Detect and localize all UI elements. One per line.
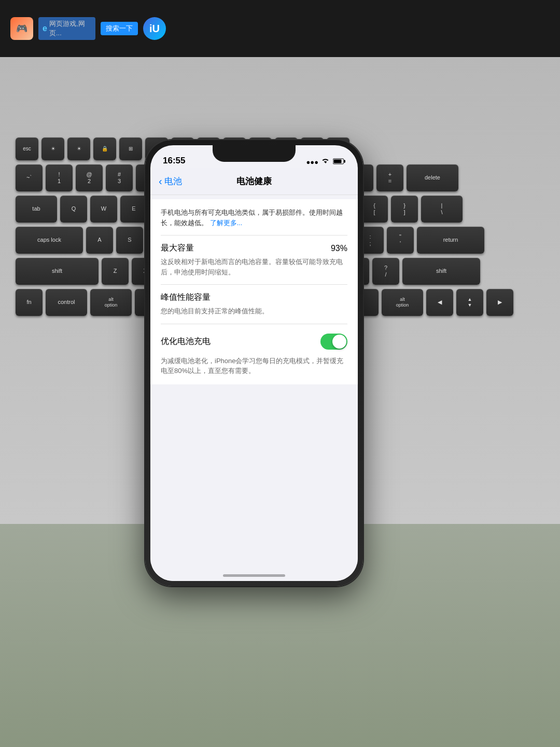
key-option-right[interactable]: altoption: [382, 289, 423, 316]
page-title: 电池健康: [236, 175, 272, 187]
key-return[interactable]: return: [417, 227, 484, 254]
navigation-bar: ‹ 电池 电池健康: [150, 168, 358, 195]
max-capacity-desc: 这反映相对于新电池而言的电池容量。容量较低可能导致充电后，申池使用时间缩短。: [161, 257, 347, 277]
status-icons: ●●●: [306, 158, 345, 166]
iphone-notch: [213, 145, 296, 162]
home-indicator[interactable]: [223, 574, 285, 577]
app-icon: iU: [143, 17, 166, 40]
divider-3: [161, 324, 347, 324]
intro-text: 手机电池与所有可充电电池类似，属于易损部件。使用时间越长，能效越低。 了解更多.…: [161, 208, 347, 228]
wifi-icon: [321, 158, 330, 166]
search-button[interactable]: 搜索一下: [101, 22, 138, 35]
iphone-outer-shell: 16:55 ●●● ‹ 电池 电池健康: [145, 140, 363, 586]
key-z[interactable]: Z: [102, 258, 129, 285]
key-option-left[interactable]: altoption: [90, 289, 132, 316]
key-backslash[interactable]: |\: [421, 196, 463, 223]
toggle-knob: [332, 335, 346, 349]
key-capslock[interactable]: caps lock: [16, 227, 83, 254]
key-3[interactable]: #3: [106, 164, 133, 191]
signal-icon: ●●●: [306, 158, 318, 166]
back-label: 电池: [164, 175, 182, 187]
max-capacity-value: 93%: [331, 244, 347, 253]
taskbar: 🎮 e 网页游戏,网页... 搜索一下 iU: [0, 0, 560, 57]
browser-text: 网页游戏,网页...: [49, 19, 91, 38]
battery-icon: [333, 158, 345, 166]
key-equals[interactable]: +=: [376, 164, 403, 191]
iphone-device: 16:55 ●●● ‹ 电池 电池健康: [145, 140, 363, 586]
key-control[interactable]: control: [46, 289, 87, 316]
key-right[interactable]: ▶: [486, 289, 513, 316]
key-delete[interactable]: delete: [407, 164, 458, 191]
key-a[interactable]: A: [86, 227, 113, 254]
game-icon: 🎮: [10, 17, 33, 40]
peak-title: 峰值性能容量: [161, 293, 211, 301]
key-1[interactable]: !1: [46, 164, 73, 191]
key-left[interactable]: ◀: [426, 289, 453, 316]
key-w[interactable]: W: [90, 196, 117, 223]
status-time: 16:55: [163, 156, 185, 166]
key-lshift[interactable]: shift: [16, 258, 99, 285]
charge-label: 优化电池充电: [161, 336, 211, 347]
iphone-screen: 16:55 ●●● ‹ 电池 电池健康: [150, 145, 358, 581]
key-tab[interactable]: tab: [16, 196, 57, 223]
key-rbracket[interactable]: }]: [391, 196, 418, 223]
max-capacity-row: 最大容量 93%: [161, 243, 347, 254]
max-capacity-label: 最大容量: [161, 243, 194, 254]
key-updown[interactable]: ▲ ▼: [456, 289, 483, 316]
intro-section: 手机电池与所有可充电电池类似，属于易损部件。使用时间越长，能效越低。 了解更多.…: [150, 199, 358, 384]
optimized-charging-toggle[interactable]: [320, 334, 347, 350]
back-chevron-icon: ‹: [159, 175, 162, 187]
key-quote[interactable]: "': [387, 227, 414, 254]
key-f1[interactable]: ☀: [41, 137, 64, 160]
svg-rect-2: [334, 160, 342, 163]
learn-more-link[interactable]: 了解更多...: [210, 219, 243, 227]
key-q[interactable]: Q: [60, 196, 87, 223]
key-2[interactable]: @2: [76, 164, 103, 191]
key-backtick[interactable]: ~`: [16, 164, 43, 191]
optimized-charging-row: 优化电池充电: [161, 331, 347, 352]
key-f4[interactable]: ⊞: [119, 137, 142, 160]
key-slash[interactable]: ?/: [372, 258, 399, 285]
peak-performance-section: 峰值性能容量 您的电池目前支持正常的峰值性能。: [161, 292, 347, 316]
key-esc[interactable]: esc: [16, 137, 38, 160]
key-rshift[interactable]: shift: [402, 258, 480, 285]
key-f2[interactable]: ☀: [67, 137, 90, 160]
svg-rect-1: [344, 160, 345, 163]
divider-2: [161, 284, 347, 285]
peak-desc: 您的电池目前支持正常的峰值性能。: [161, 306, 347, 316]
divider-1: [161, 235, 347, 236]
key-lbracket[interactable]: {[: [361, 196, 388, 223]
key-f3[interactable]: 🔒: [93, 137, 116, 160]
key-e[interactable]: E: [120, 196, 147, 223]
key-fn-bottom[interactable]: fn: [16, 289, 43, 316]
charge-desc: 为减缓电池老化，iPhone会学习您每日的充电模式，并暂缓充电至80%以上，直至…: [161, 356, 347, 376]
back-button[interactable]: ‹ 电池: [159, 175, 182, 187]
content-area: 手机电池与所有可充电电池类似，属于易损部件。使用时间越长，能效越低。 了解更多.…: [150, 195, 358, 581]
browser-button[interactable]: e 网页游戏,网页...: [38, 17, 95, 40]
key-s[interactable]: S: [116, 227, 143, 254]
